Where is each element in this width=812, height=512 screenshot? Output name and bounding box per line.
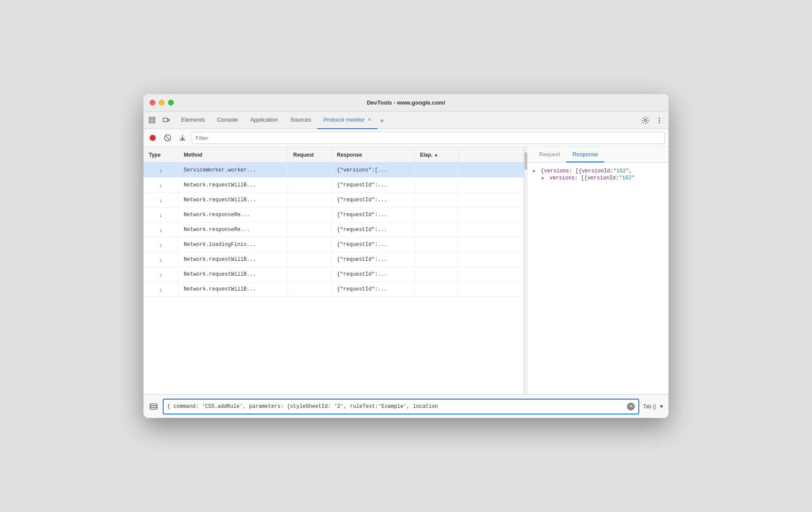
svg-point-10 <box>150 135 156 141</box>
left-panel: Type Method Request Response Elap. ▲ <box>144 147 524 394</box>
table-row[interactable]: ↓ Network.requestWillB... {"requestId":.… <box>144 252 524 267</box>
table-row[interactable]: ↓ Network.responseRe... {"requestId":... <box>144 222 524 237</box>
svg-rect-4 <box>163 118 168 122</box>
td-response: {"requestId":... <box>332 282 415 296</box>
td-elapsed <box>415 193 458 207</box>
td-type: ↓ <box>144 252 178 267</box>
td-response: {"requestId":... <box>332 252 415 267</box>
td-type: ↓ <box>144 207 178 222</box>
table-header: Type Method Request Response Elap. ▲ <box>144 147 524 163</box>
td-request <box>288 252 332 267</box>
td-elapsed <box>415 282 458 296</box>
table-row[interactable]: ↓ Network.responseRe... {"requestId":... <box>144 207 524 222</box>
record-button[interactable] <box>147 132 158 144</box>
table-row[interactable]: ↓ Network.requestWillB... {"requestId":.… <box>144 193 524 207</box>
toolbar <box>144 129 668 147</box>
panel-scrollbar[interactable] <box>524 147 528 394</box>
tab-bar: Elements Console Application Sources Pro… <box>144 112 668 129</box>
tab-more-button[interactable]: » <box>378 112 386 129</box>
expand-icon-1[interactable]: ▶ <box>533 168 539 174</box>
td-method: Network.requestWillB... <box>178 252 288 267</box>
td-type: ↓ <box>144 237 178 252</box>
download-button[interactable] <box>177 132 188 144</box>
table-body: ↓ ServiceWorker.worker... {"versions":[.… <box>144 163 524 394</box>
th-response: Response <box>332 147 415 162</box>
td-method: Network.requestWillB... <box>178 267 288 281</box>
devtools-body: Elements Console Application Sources Pro… <box>144 112 668 418</box>
traffic-lights <box>150 100 174 105</box>
filter-input[interactable] <box>196 135 661 141</box>
settings-icon[interactable] <box>640 115 651 126</box>
tab-application[interactable]: Application <box>244 112 284 129</box>
sort-icon: ▲ <box>434 152 438 157</box>
td-elapsed <box>415 252 458 267</box>
td-type: ↓ <box>144 282 178 296</box>
show-panel-icon[interactable] <box>148 401 159 412</box>
tab-request[interactable]: Request <box>533 147 566 162</box>
close-button[interactable] <box>150 100 155 105</box>
table-row[interactable]: ↓ ServiceWorker.worker... {"versions":[.… <box>144 163 524 178</box>
tab-icons <box>147 115 172 126</box>
maximize-button[interactable] <box>168 100 174 105</box>
clear-button[interactable] <box>162 132 173 144</box>
td-response: {"requestId":... <box>332 267 415 281</box>
minimize-button[interactable] <box>159 100 164 105</box>
command-input-wrapper: ✕ <box>163 399 639 414</box>
td-response: {"requestId":... <box>332 237 415 252</box>
json-line-2: ▶ versions : [{ versionId : "162" <box>533 175 663 181</box>
tab-console[interactable]: Console <box>211 112 244 129</box>
tab-close-icon[interactable]: ✕ <box>368 117 371 123</box>
td-response: {"requestId":... <box>332 207 415 222</box>
svg-point-6 <box>644 119 647 121</box>
svg-point-9 <box>659 122 660 123</box>
svg-rect-3 <box>153 121 155 123</box>
td-request <box>288 207 332 222</box>
td-response: {"requestId":... <box>332 178 415 192</box>
td-method: Network.responseRe... <box>178 207 288 222</box>
right-content: ▶ { versions : [{ versionId : "162" , ▶ … <box>528 163 668 394</box>
td-request <box>288 193 332 207</box>
more-options-icon[interactable] <box>654 115 665 126</box>
tab-elements[interactable]: Elements <box>175 112 211 129</box>
expand-icon-2[interactable]: ▶ <box>542 175 548 181</box>
tab-response[interactable]: Response <box>566 147 604 162</box>
td-request <box>288 178 332 192</box>
svg-point-8 <box>659 119 660 121</box>
td-method: Network.requestWillB... <box>178 282 288 296</box>
tab-sources[interactable]: Sources <box>284 112 318 129</box>
th-request: Request <box>288 147 332 162</box>
scrollbar-thumb[interactable] <box>525 152 527 170</box>
td-method: Network.requestWillB... <box>178 178 288 192</box>
tab-label: Tab () ▼ <box>643 403 664 410</box>
command-input[interactable] <box>167 403 627 410</box>
tab-settings <box>640 115 665 126</box>
td-elapsed <box>415 237 458 252</box>
table-row[interactable]: ↓ Network.loadingFinis... {"requestId":.… <box>144 237 524 252</box>
td-elapsed <box>415 222 458 237</box>
svg-rect-1 <box>149 121 151 123</box>
json-line-1: ▶ { versions : [{ versionId : "162" , <box>533 168 663 174</box>
td-type: ↓ <box>144 193 178 207</box>
inspect-icon[interactable] <box>147 115 158 126</box>
command-clear-button[interactable]: ✕ <box>627 403 635 410</box>
td-type: ↓ <box>144 267 178 281</box>
td-request <box>288 163 332 177</box>
table-row[interactable]: ↓ Network.requestWillB... {"requestId":.… <box>144 178 524 193</box>
toggle-device-toolbar-icon[interactable] <box>161 115 172 126</box>
td-elapsed <box>415 267 458 281</box>
td-request <box>288 282 332 296</box>
td-response: {"versions":[... <box>332 163 415 177</box>
td-elapsed <box>415 207 458 222</box>
tab-protocol-monitor[interactable]: Protocol monitor ✕ <box>317 112 378 129</box>
chevron-down-icon[interactable]: ▼ <box>659 403 664 410</box>
td-request <box>288 237 332 252</box>
th-elapsed: Elap. ▲ <box>415 147 458 162</box>
table-row[interactable]: ↓ Network.requestWillB... {"requestId":.… <box>144 282 524 297</box>
td-request <box>288 222 332 237</box>
table-row[interactable]: ↓ Network.requestWillB... {"requestId":.… <box>144 267 524 282</box>
td-response: {"requestId":... <box>332 193 415 207</box>
td-elapsed <box>415 163 458 177</box>
right-tabs: Request Response <box>528 147 668 163</box>
td-method: ServiceWorker.worker... <box>178 163 288 177</box>
td-method: Network.requestWillB... <box>178 193 288 207</box>
